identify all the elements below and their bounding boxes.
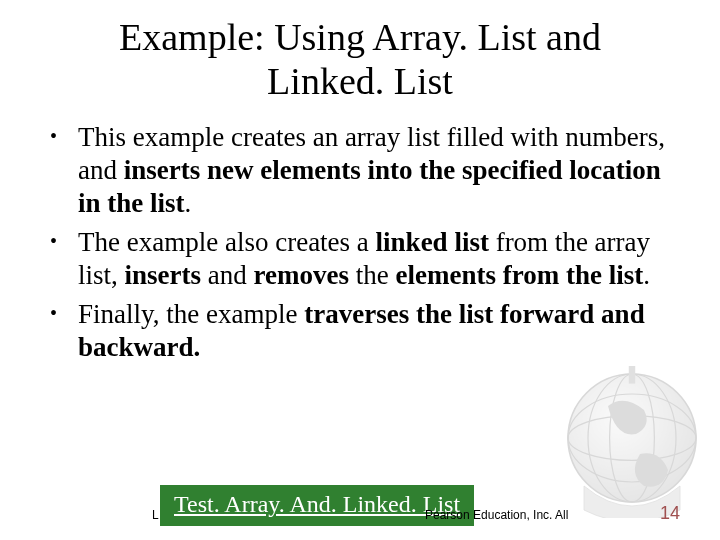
svg-rect-5 [629,366,635,384]
page-number: 14 [660,503,680,524]
bullet-list: This example creates an array list fille… [44,121,676,364]
title-line-2: Linked. List [267,60,453,102]
bullet-text: This example creates an array list fille… [78,122,665,218]
list-item: The example also creates a linked list f… [44,226,676,292]
slide: Example: Using Array. List and Linked. L… [0,0,720,540]
globe-icon [552,358,712,518]
slide-body: This example creates an array list fille… [0,103,720,364]
bullet-text: Finally, the example traverses the list … [78,299,645,362]
bullet-text: The example also creates a linked list f… [78,227,650,290]
slide-title: Example: Using Array. List and Linked. L… [0,0,720,103]
svg-point-0 [568,374,696,502]
title-line-1: Example: Using Array. List and [119,16,601,58]
list-item: Finally, the example traverses the list … [44,298,676,364]
list-item: This example creates an array list fille… [44,121,676,220]
footer-copyright: Pearson Education, Inc. All [425,508,568,522]
footer-left-stub: L [152,508,159,522]
